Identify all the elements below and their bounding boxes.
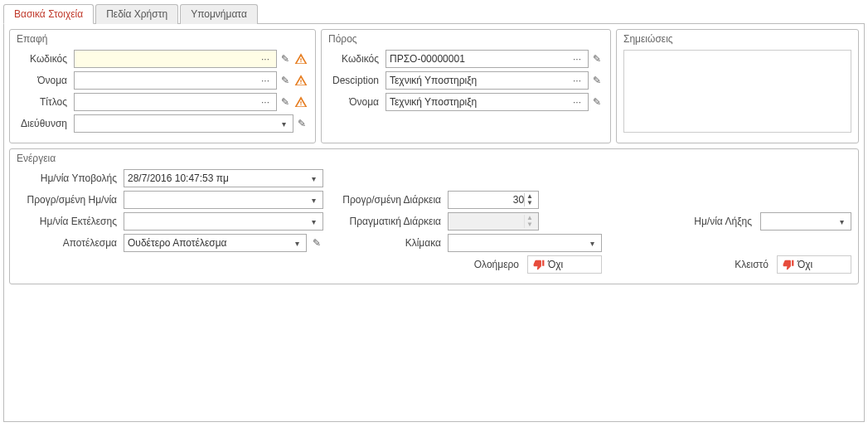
pencil-icon[interactable]: ✎: [590, 74, 604, 87]
resource-code-input[interactable]: ΠΡΣΟ-00000001 ···: [386, 50, 589, 68]
panel-resource-title: Πόρος: [328, 33, 604, 45]
allday-toggle[interactable]: Όχι: [527, 255, 602, 274]
pencil-icon[interactable]: ✎: [279, 74, 292, 87]
contact-title-label: Τίτλος: [17, 96, 70, 108]
resource-name-label: Όνομα: [328, 96, 382, 108]
contact-name-input[interactable]: ···: [74, 71, 277, 90]
scheduled-date-label: Προγρ/σμένη Ημ/νία: [17, 194, 120, 206]
contact-address-label: Διεύθυνση: [17, 118, 70, 129]
result-label: Αποτέλεσμα: [17, 237, 120, 249]
scale-label: Κλίμακα: [328, 237, 444, 249]
contact-code-label: Κωδικός: [17, 53, 70, 65]
pencil-icon[interactable]: ✎: [310, 236, 323, 250]
chevron-down-icon[interactable]: ▾: [308, 196, 319, 205]
chevron-down-icon[interactable]: ▾: [587, 239, 598, 248]
spinner-icon[interactable]: ▲ ▼: [524, 193, 535, 206]
exec-date-label: Ημ/νία Εκτέλεσης: [17, 216, 120, 227]
resource-name-input[interactable]: Τεχνική Υποστηριξη ···: [386, 93, 589, 111]
panel-resource: Πόρος Κωδικός ΠΡΣΟ-00000001 ··· ✎ Descip…: [321, 29, 611, 143]
tab-content: Επαφή Κωδικός ··· ✎ Όνομα ···: [3, 24, 865, 422]
result-input[interactable]: Ουδέτερο Αποτέλεσμα ▾: [124, 234, 307, 252]
tab-basic[interactable]: Βασικά Στοιχεία: [3, 4, 94, 24]
pencil-icon[interactable]: ✎: [590, 95, 604, 109]
contact-title-input[interactable]: ···: [74, 93, 277, 111]
notes-textarea[interactable]: [623, 50, 851, 133]
panel-notes: Σημειώσεις: [616, 29, 859, 143]
panel-action-title: Ενέργεια: [17, 153, 851, 164]
tab-reminders[interactable]: Υπομνήματα: [180, 4, 258, 24]
chevron-down-icon[interactable]: ▾: [308, 217, 319, 226]
panel-action: Ενέργεια Ημ/νία Υποβολής 28/7/2016 10:47…: [9, 148, 859, 284]
closed-toggle[interactable]: Όχι: [777, 255, 851, 274]
resource-desc-input[interactable]: Τεχνική Υποστηριξη ···: [386, 71, 589, 90]
tab-user-fields[interactable]: Πεδία Χρήστη: [95, 4, 178, 24]
warning-icon: [293, 73, 308, 88]
scale-input[interactable]: ▾: [448, 234, 602, 252]
contact-code-input[interactable]: ···: [74, 50, 277, 68]
resource-code-label: Κωδικός: [328, 53, 382, 65]
chevron-down-icon[interactable]: ▾: [292, 239, 303, 248]
panel-contact-title: Επαφή: [17, 33, 308, 45]
scheduled-duration-label: Προγρ/σμένη Διάρκεια: [328, 194, 444, 206]
thumb-down-icon: [783, 259, 794, 270]
tab-strip: Βασικά Στοιχεία Πεδία Χρήστη Υπομνήματα: [3, 3, 865, 24]
warning-icon: [293, 51, 308, 66]
contact-address-input[interactable]: ▾: [74, 114, 293, 133]
panel-notes-title: Σημειώσεις: [623, 33, 851, 45]
submit-date-input[interactable]: 28/7/2016 10:47:53 πμ ▾: [124, 169, 323, 187]
lookup-icon[interactable]: ···: [570, 96, 584, 108]
expiry-date-label: Ημ/νία Λήξης: [694, 216, 757, 227]
chevron-down-icon[interactable]: ▾: [308, 174, 319, 183]
chevron-down-icon[interactable]: ▾: [279, 119, 289, 129]
scheduled-duration-input[interactable]: 30 ▲ ▼: [448, 191, 539, 209]
warning-icon: [293, 95, 308, 109]
panel-contact: Επαφή Κωδικός ··· ✎ Όνομα ···: [9, 29, 316, 143]
chevron-down-icon[interactable]: ▾: [836, 217, 847, 226]
lookup-icon[interactable]: ···: [258, 75, 273, 86]
allday-label: Ολοήμερο: [474, 259, 524, 270]
submit-date-label: Ημ/νία Υποβολής: [17, 172, 120, 184]
contact-name-label: Όνομα: [17, 75, 70, 86]
lookup-icon[interactable]: ···: [258, 53, 273, 65]
expiry-date-input[interactable]: ▾: [760, 212, 851, 231]
resource-desc-label: Desciption: [328, 75, 382, 86]
exec-date-input[interactable]: ▾: [124, 212, 323, 231]
actual-duration-input: ▲ ▼: [448, 212, 539, 231]
spinner-icon: ▲ ▼: [524, 215, 535, 228]
lookup-icon[interactable]: ···: [570, 75, 584, 86]
lookup-icon[interactable]: ···: [570, 53, 584, 65]
lookup-icon[interactable]: ···: [258, 96, 273, 108]
scheduled-date-input[interactable]: ▾: [124, 191, 323, 209]
actual-duration-label: Πραγματική Διάρκεια: [328, 216, 444, 227]
pencil-icon[interactable]: ✎: [590, 52, 604, 66]
pencil-icon[interactable]: ✎: [279, 52, 292, 66]
pencil-icon[interactable]: ✎: [295, 117, 308, 130]
pencil-icon[interactable]: ✎: [279, 95, 292, 109]
thumb-down-icon: [533, 259, 545, 270]
closed-label: Κλειστό: [735, 259, 773, 270]
